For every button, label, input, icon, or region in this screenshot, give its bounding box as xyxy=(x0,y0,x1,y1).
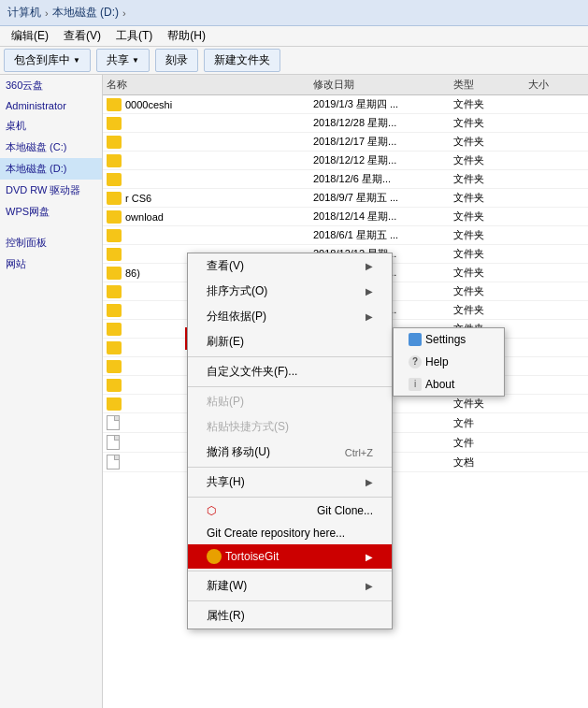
table-row[interactable]: ownload 2018/12/14 星期... 文件夹 xyxy=(103,208,588,226)
file-type: 文件 xyxy=(453,416,528,430)
ctx-sep-4 xyxy=(188,497,392,498)
sidebar-item-wps[interactable]: WPS网盘 xyxy=(0,201,102,223)
folder-icon xyxy=(107,360,122,373)
ctx-properties[interactable]: 属性(R) xyxy=(188,603,392,629)
submenu-arrow-icon: ▶ xyxy=(366,311,373,322)
table-row[interactable]: 2018/12/12 星期... 文件夹 xyxy=(103,152,588,170)
folder-icon xyxy=(107,210,122,224)
menu-help[interactable]: 帮助(H) xyxy=(160,26,213,46)
folder-icon xyxy=(107,379,122,392)
folder-icon xyxy=(107,136,122,149)
submenu-arrow-icon: ▶ xyxy=(366,552,373,562)
submenu-arrow-icon: ▶ xyxy=(366,261,373,271)
file-name-text: 86) xyxy=(125,267,140,279)
folder-icon xyxy=(107,285,122,298)
breadcrumb-computer[interactable]: 计算机 xyxy=(6,5,43,21)
table-row[interactable]: 2018/12/28 星期... 文件夹 xyxy=(103,114,588,133)
ctx-sep-1 xyxy=(188,356,392,357)
folder-icon xyxy=(107,173,122,186)
tortoisegit-submenu: Settings ? Help i About xyxy=(393,327,505,397)
toolbar-burn[interactable]: 刻录 xyxy=(155,49,198,72)
col-name: 名称 xyxy=(107,78,313,92)
file-type: 文件夹 xyxy=(453,191,528,205)
ctx-sep-5 xyxy=(188,571,392,571)
submenu-arrow-icon: ▶ xyxy=(366,286,373,296)
submenu-arrow-icon: ▶ xyxy=(366,477,373,487)
breadcrumb-localdisk[interactable]: 本地磁盘 (D:) xyxy=(50,5,121,21)
ctx-git-clone[interactable]: ⬡ Git Clone... xyxy=(188,499,392,522)
file-modified: 2018/12/6 星期... xyxy=(313,172,453,186)
file-name-cell: 0000ceshi xyxy=(107,98,313,111)
file-type: 文件夹 xyxy=(453,153,528,167)
file-icon xyxy=(107,435,120,450)
ctx-sort[interactable]: 排序方式(O) ▶ xyxy=(188,279,392,304)
menu-edit[interactable]: 编辑(E) xyxy=(4,26,56,46)
chevron-down-icon: ▼ xyxy=(132,56,139,65)
ctx-undo-move[interactable]: 撤消 移动(U) Ctrl+Z xyxy=(188,440,392,465)
submenu-settings[interactable]: Settings xyxy=(394,328,504,351)
sidebar-item-controlpanel[interactable]: 控制面板 xyxy=(0,232,102,253)
ctx-view[interactable]: 查看(V) ▶ xyxy=(188,253,392,279)
ctx-git-create[interactable]: Git Create repository here... xyxy=(188,522,392,544)
column-header: 名称 修改日期 类型 大小 xyxy=(103,75,588,95)
ctx-tortoisegit[interactable]: TortoiseGit ▶ xyxy=(188,544,392,569)
file-type: 文件夹 xyxy=(453,116,528,130)
folder-icon xyxy=(107,397,122,411)
col-modified: 修改日期 xyxy=(313,78,453,92)
col-size: 大小 xyxy=(528,78,584,92)
folder-icon xyxy=(107,341,122,354)
submenu-about[interactable]: i About xyxy=(394,373,504,396)
file-modified: 2018/12/12 星期... xyxy=(313,153,453,167)
file-type: 文件 xyxy=(453,436,528,450)
sidebar-item-desktop[interactable]: 桌机 xyxy=(0,115,102,137)
chevron-down-icon: ▼ xyxy=(73,56,80,65)
table-row[interactable]: 2018/12/6 星期... 文件夹 xyxy=(103,170,588,189)
file-name-cell xyxy=(107,229,313,242)
folder-icon xyxy=(107,98,122,111)
breadcrumb-sep-2: › xyxy=(121,7,128,19)
settings-icon xyxy=(409,333,422,346)
menu-view[interactable]: 查看(V) xyxy=(56,26,108,46)
folder-icon xyxy=(107,192,122,205)
folder-icon xyxy=(107,323,122,336)
tortoisegit-icon xyxy=(207,549,222,564)
table-row[interactable]: 0000ceshi 2019/1/3 星期四 ... 文件夹 xyxy=(103,95,588,114)
table-row[interactable]: r CS6 2018/9/7 星期五 ... 文件夹 xyxy=(103,189,588,208)
file-modified: 2018/12/28 星期... xyxy=(313,116,453,130)
table-row[interactable]: 2018/6/1 星期五 ... 文件夹 xyxy=(103,226,588,245)
file-name-cell xyxy=(107,136,313,149)
breadcrumb-sep-1: › xyxy=(43,7,50,19)
file-icon xyxy=(107,415,120,430)
file-type: 文件夹 xyxy=(453,303,528,317)
ctx-new[interactable]: 新建(W) ▶ xyxy=(188,573,392,599)
ctx-refresh[interactable]: 刷新(E) xyxy=(188,329,392,354)
folder-icon xyxy=(107,154,122,167)
ctx-group[interactable]: 分组依据(P) ▶ xyxy=(188,304,392,329)
sidebar-item-diskd[interactable]: 本地磁盘 (D:) xyxy=(0,158,102,180)
git-icon: ⬡ xyxy=(207,504,216,517)
submenu-arrow-icon: ▶ xyxy=(366,581,373,591)
toolbar-share[interactable]: 共享 ▼ xyxy=(96,49,150,72)
ctx-share[interactable]: 共享(H) ▶ xyxy=(188,470,392,495)
ctx-customize[interactable]: 自定义文件夹(F)... xyxy=(188,359,392,384)
sidebar-item-website[interactable]: 网站 xyxy=(0,253,102,275)
context-menu: 查看(V) ▶ 排序方式(O) ▶ 分组依据(P) ▶ 刷新(E) 自定义文件夹… xyxy=(187,253,393,629)
file-type: 文件夹 xyxy=(453,172,528,186)
submenu-help[interactable]: ? Help xyxy=(394,351,504,373)
sidebar-item-administrator[interactable]: Administrator xyxy=(0,96,102,115)
file-modified: 2018/12/14 星期... xyxy=(313,210,453,224)
folder-icon xyxy=(107,267,122,280)
sidebar-item-diskc[interactable]: 本地磁盘 (C:) xyxy=(0,137,102,158)
file-type: 文件夹 xyxy=(453,247,528,261)
toolbar-include[interactable]: 包含到库中 ▼ xyxy=(4,49,91,72)
sidebar-item-360cloud[interactable]: 360云盘 xyxy=(0,75,102,96)
ctx-sep-2 xyxy=(188,386,392,387)
sidebar-item-dvd[interactable]: DVD RW 驱动器 xyxy=(0,180,102,201)
file-name-cell xyxy=(107,117,313,130)
file-name-cell xyxy=(107,173,313,186)
menu-bar: 编辑(E) 查看(V) 工具(T) 帮助(H) xyxy=(0,26,588,47)
toolbar-newfolder[interactable]: 新建文件夹 xyxy=(204,49,280,72)
menu-tools[interactable]: 工具(T) xyxy=(108,26,160,46)
table-row[interactable]: 2018/12/17 星期... 文件夹 xyxy=(103,133,588,152)
ctx-sep-6 xyxy=(188,600,392,601)
